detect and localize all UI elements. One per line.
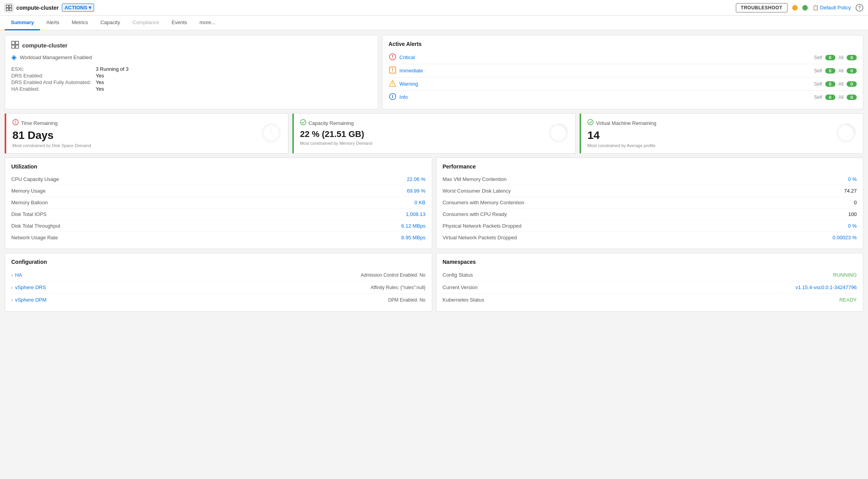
tab-capacity[interactable]: Capacity <box>94 16 126 30</box>
alert-name-warning[interactable]: Warning <box>400 81 814 87</box>
disk-latency-label: Worst Consumer Disk Latency <box>443 188 844 194</box>
alert-name-critical[interactable]: Critical <box>400 54 814 60</box>
self-label-immediate: Self <box>814 68 822 74</box>
alert-row-immediate: ! Immediate Self 0 All 0 <box>389 64 857 77</box>
self-label-critical: Self <box>814 55 822 60</box>
svg-line-20 <box>271 133 275 135</box>
configuration-title: Configuration <box>11 259 426 265</box>
util-row-balloon: Memory Balloon 0 KB <box>11 197 426 209</box>
cluster-info-card: compute-cluster ◈ Workload Management En… <box>5 35 378 109</box>
top-bar-left: compute-cluster ACTIONS ▾ <box>5 4 731 12</box>
svg-rect-7 <box>16 45 19 48</box>
perf-row-vm-memory: Max VM Memory Contention 0 % <box>443 174 857 185</box>
disk-iops-value[interactable]: 1,008.13 <box>406 211 426 217</box>
drs-auto-value: Yes <box>96 79 371 85</box>
cpu-ready-value: 100 <box>848 211 857 217</box>
network-usage-value[interactable]: 8.95 MBps <box>401 235 425 240</box>
config-dpm-name[interactable]: vSphere DPM <box>15 297 388 303</box>
alert-counts-info: Self 0 All 0 <box>814 95 857 100</box>
info-all-count: 0 <box>847 95 857 100</box>
config-row-ha[interactable]: › HA Admission Control Enabled: No <box>11 269 426 281</box>
tab-alerts[interactable]: Alerts <box>40 16 65 30</box>
tab-summary[interactable]: Summary <box>5 16 40 30</box>
phys-network-label: Physical Network Packets Dropped <box>443 223 848 229</box>
tab-more[interactable]: more... <box>193 16 221 30</box>
policy-icon: 📋 <box>812 5 819 11</box>
perf-row-cpu-ready: Consumers with CPU Ready 100 <box>443 209 857 220</box>
virt-network-value[interactable]: 0.00023 % <box>833 235 857 240</box>
alert-name-immediate[interactable]: Immediate <box>400 68 814 74</box>
drs-label: DRS Enabled: <box>11 73 91 79</box>
metrics-row: ! Time Remaining 81 Days Most constraine… <box>5 113 863 154</box>
esxi-value: 3 Running of 3 <box>96 66 371 72</box>
svg-text:i: i <box>392 94 393 99</box>
help-icon[interactable]: ? <box>856 4 863 12</box>
svg-text:!: ! <box>15 120 16 125</box>
config-ha-name[interactable]: HA <box>15 272 361 278</box>
ns-row-kubernetes: Kubernetes Status READY <box>443 294 857 306</box>
ha-label: HA Enabled: <box>11 86 91 92</box>
critical-all-count: 0 <box>847 55 857 60</box>
ns-row-config: Config Status RUNNING <box>443 269 857 281</box>
all-label-immediate: All <box>838 68 844 74</box>
time-remaining-title: Time Remaining <box>21 120 58 126</box>
memory-usage-value[interactable]: 69.99 % <box>407 188 426 194</box>
critical-icon: ! <box>389 53 396 61</box>
perf-row-phys-network: Physical Network Packets Dropped 0 % <box>443 220 857 232</box>
namespaces-title: Namespaces <box>443 259 857 265</box>
warning-self-count: 0 <box>825 81 835 87</box>
disk-throughput-label: Disk Total Throughput <box>11 223 401 229</box>
svg-rect-1 <box>9 5 12 7</box>
metric-card-capacity: Capacity Remaining 22 % (21.51 GB) Most … <box>292 113 576 154</box>
vm-remaining-header: Virtual Machine Remaining <box>587 119 857 127</box>
alert-name-info[interactable]: Info <box>400 94 814 100</box>
config-row-drs[interactable]: › vSphere DRS Affinity Rules: {"rules":n… <box>11 281 426 294</box>
policy-link[interactable]: 📋 Default Policy <box>812 5 851 11</box>
svg-point-23 <box>588 119 593 125</box>
phys-network-value[interactable]: 0 % <box>848 223 857 229</box>
actions-button[interactable]: ACTIONS ▾ <box>62 4 94 12</box>
time-remaining-header: ! Time Remaining <box>12 119 282 127</box>
alert-row-critical: ! Critical Self 0 All 0 <box>389 51 857 64</box>
vm-remaining-value: 14 <box>587 129 857 142</box>
disk-throughput-value[interactable]: 6.12 MBps <box>401 223 425 229</box>
svg-text:!: ! <box>392 67 393 73</box>
capacity-remaining-icon <box>300 119 306 127</box>
current-version-value[interactable]: v1.15.4-vsc0.0.1-34247796 <box>795 284 857 290</box>
workload-row: ◈ Workload Management Enabled <box>11 53 372 61</box>
perf-row-virt-network: Virtual Network Packets Dropped 0.00023 … <box>443 232 857 243</box>
memory-contention-label: Consumers with Memory Contention <box>443 200 854 205</box>
troubleshoot-button[interactable]: TROUBLESHOOT <box>736 3 788 12</box>
virt-network-label: Virtual Network Packets Dropped <box>443 235 833 240</box>
vm-remaining-icon <box>587 119 594 127</box>
tab-events[interactable]: Events <box>166 16 194 30</box>
tab-metrics[interactable]: Metrics <box>65 16 94 30</box>
main-content: compute-cluster ◈ Workload Management En… <box>0 30 868 316</box>
cpu-usage-value[interactable]: 22.06 % <box>407 176 426 182</box>
config-row-dpm[interactable]: › vSphere DPM DPM Enabled: No <box>11 294 426 306</box>
util-row-throughput: Disk Total Throughput 6.12 MBps <box>11 220 426 232</box>
memory-balloon-value[interactable]: 0 KB <box>414 200 425 205</box>
actions-chevron-icon: ▾ <box>89 5 91 11</box>
utilization-card: Utilization CPU Capacity Usage 22.06 % M… <box>5 158 432 249</box>
vm-memory-value[interactable]: 0 % <box>848 176 857 182</box>
drs-auto-label: DRS Enabled And Fully Automated: <box>11 79 91 85</box>
cluster-icon <box>5 4 13 12</box>
drs-chevron-icon: › <box>11 285 13 290</box>
config-drs-name[interactable]: vSphere DRS <box>15 284 371 290</box>
performance-card: Performance Max VM Memory Contention 0 %… <box>436 158 864 249</box>
vm-remaining-sub: Most constrained by Average profile <box>587 143 857 148</box>
util-perf-row: Utilization CPU Capacity Usage 22.06 % M… <box>5 158 863 249</box>
cluster-header-icon <box>11 41 19 50</box>
util-row-network: Network Usage Rate 8.95 MBps <box>11 232 426 243</box>
self-label-warning: Self <box>814 81 822 87</box>
kubernetes-status-value[interactable]: READY <box>839 297 857 303</box>
info-self-count: 0 <box>825 95 835 100</box>
svg-rect-6 <box>12 45 15 48</box>
config-status-value[interactable]: RUNNING <box>833 272 857 278</box>
actions-label: ACTIONS <box>65 5 87 11</box>
capacity-remaining-title: Capacity Remaining <box>309 120 354 126</box>
top-info-row: compute-cluster ◈ Workload Management En… <box>5 35 863 109</box>
active-alerts-title: Active Alerts <box>389 41 857 47</box>
memory-usage-label: Memory Usage <box>11 188 407 194</box>
